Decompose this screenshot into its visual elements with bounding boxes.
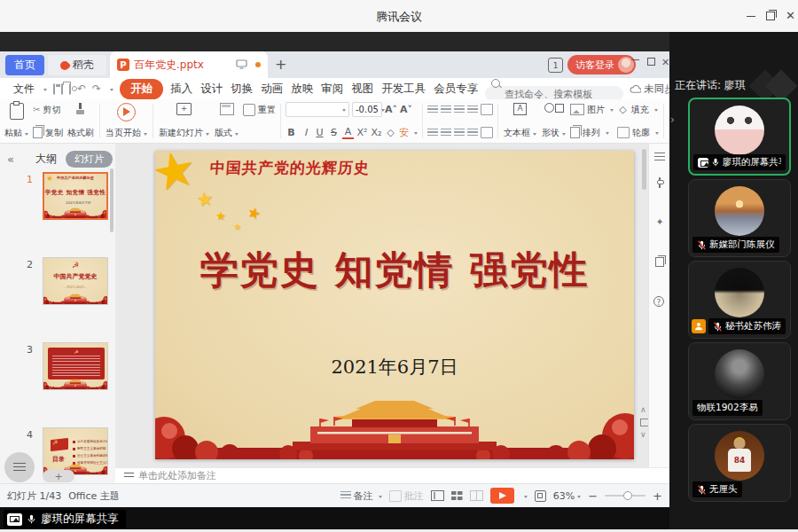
participant-tile[interactable]: 物联1902李易 (688, 342, 791, 420)
redo-icon[interactable]: ↷ (92, 82, 101, 95)
zoom-level[interactable]: 63% (553, 490, 581, 502)
char-effect-button[interactable]: 安 (399, 126, 409, 139)
superscript-button[interactable]: X² (356, 127, 368, 138)
new-tab-button[interactable]: + (275, 56, 286, 73)
menu-tab-animation[interactable]: 动画 (260, 82, 284, 97)
outline-button[interactable]: 轮廓 (617, 126, 659, 139)
menu-tab-view[interactable]: 视图 (350, 82, 374, 97)
decrease-font-icon[interactable]: A˅ (400, 104, 412, 115)
sync-status[interactable]: 未同步 (630, 82, 675, 96)
font-color-button[interactable]: A (342, 126, 354, 139)
increase-font-icon[interactable]: A˄ (385, 104, 397, 115)
bold-button[interactable]: B (286, 127, 297, 138)
tab-docer[interactable]: 稻壳 (48, 55, 106, 75)
panel-scrollbar[interactable] (110, 168, 113, 232)
menu-file[interactable]: 文件 (13, 82, 35, 97)
line-spacing-icon[interactable] (481, 127, 493, 138)
increase-indent-icon[interactable] (467, 106, 478, 114)
slide-list-float-button[interactable] (4, 452, 35, 482)
slide-canvas[interactable]: ★ ★ ★ ★ ★ 中国共产党的光辉历史 学党史 知党情 强党性 2021年6月… (115, 144, 648, 467)
previous-slide-button[interactable]: ∧ (640, 406, 646, 414)
menu-tab-transition[interactable]: 切换 (230, 82, 254, 97)
participant-tile[interactable]: 新媒部门陈展仪 (688, 179, 791, 257)
menu-tab-slideshow[interactable]: 放映 (290, 82, 314, 97)
zoom-slider[interactable] (605, 495, 645, 497)
slide-date-text[interactable]: 2021年6月7日 (155, 355, 634, 379)
menu-tab-design[interactable]: 设计 (200, 82, 223, 97)
menu-tab-review[interactable]: 审阅 (320, 82, 344, 97)
next-slide-button[interactable]: ∨ (640, 431, 646, 439)
hamburger-icon[interactable] (654, 153, 665, 160)
menu-tab-member[interactable]: 会员专享 (433, 82, 479, 97)
clear-format-icon[interactable]: ◇ (385, 127, 396, 138)
guest-login-badge[interactable]: 访客登录 (567, 55, 636, 74)
arrange-button[interactable]: 排列 (570, 126, 614, 139)
slide-title-text[interactable]: 学党史 知党情 强党性 (155, 245, 634, 296)
align-right-icon[interactable] (454, 129, 465, 137)
command-search[interactable] (485, 75, 623, 102)
undo-icon[interactable]: ↶ (77, 82, 86, 95)
paste-button[interactable]: 粘贴 (4, 101, 29, 141)
tab-slides[interactable]: 幻灯片 (66, 151, 113, 168)
slide-sorter-view-button[interactable] (451, 491, 463, 500)
shape-button[interactable]: 形状 (541, 101, 567, 141)
align-left-icon[interactable] (427, 129, 438, 137)
tab-outline[interactable]: 大纲 (35, 152, 57, 167)
duplicate-icon[interactable] (655, 257, 664, 267)
window-list-button[interactable]: 1 (548, 58, 563, 73)
notes-bar[interactable]: 单击此处添加备注 (115, 467, 669, 483)
textbox-button[interactable]: A 文本框 (503, 101, 537, 141)
wps-close-button[interactable]: ✕ (661, 59, 669, 67)
picture-button[interactable]: 图片 (570, 103, 614, 116)
slide-thumbnail-4[interactable]: 目录 党史发展脉络及学习意义 新民主主义革命时期 社会主义革命和建设时期 改革开… (43, 427, 108, 475)
copy-button[interactable]: 复制 (33, 126, 63, 139)
decrease-indent-icon[interactable] (454, 106, 465, 114)
chevron-down-icon[interactable] (110, 89, 113, 93)
italic-button[interactable]: I (300, 127, 311, 138)
numbered-list-icon[interactable] (441, 106, 451, 114)
minimize-button[interactable] (747, 11, 759, 21)
subscript-button[interactable]: X₂ (371, 127, 382, 138)
zoom-slider-thumb[interactable] (623, 491, 632, 500)
tab-document[interactable]: P 百年党史.pptx (110, 51, 268, 78)
participant-tile[interactable]: 秘书处苏伟涛 (688, 261, 791, 339)
properties-slider-icon[interactable] (659, 177, 661, 188)
layout-button[interactable]: 版式 (214, 101, 239, 141)
maximize-button[interactable] (766, 11, 778, 21)
underline-button[interactable]: U (314, 127, 325, 138)
zoom-in-button[interactable]: + (653, 489, 662, 503)
menu-tab-insert[interactable]: 插入 (169, 82, 193, 97)
slide-thumbnail-1[interactable]: ★ 中国共产党的光辉历史 学党史 知党情 强党性 2021年6月7日 (43, 172, 108, 220)
participant-tile[interactable]: 84 无厘头 (688, 424, 791, 502)
justify-icon[interactable] (467, 129, 478, 137)
font-family-select[interactable] (286, 102, 349, 117)
collapse-panel-icon[interactable]: « (7, 153, 14, 166)
monitor-icon[interactable] (236, 59, 247, 69)
reset-button[interactable]: 重置 (243, 103, 276, 116)
slide-header-text[interactable]: 中国共产党的光辉历史 (209, 158, 371, 178)
slide-thumbnail-3[interactable] (43, 342, 108, 390)
reading-view-button[interactable] (470, 490, 483, 501)
slideshow-play-button[interactable] (490, 488, 514, 504)
fill-button[interactable]: ◇填充 (617, 103, 659, 116)
print-icon[interactable] (61, 83, 63, 95)
save-icon[interactable] (53, 83, 55, 95)
strikethrough-button[interactable]: S (328, 127, 340, 138)
zoom-out-button[interactable]: − (588, 489, 598, 503)
fit-slide-icon[interactable] (535, 490, 546, 502)
slide-thumbnail-2[interactable]: ☭ 中国共产党党史 - 1921-2021 - (43, 257, 108, 305)
help-icon[interactable]: ? (653, 296, 664, 307)
format-painter-button[interactable]: 格式刷 (66, 101, 95, 141)
notes-toggle[interactable]: 备注 (340, 489, 382, 503)
screen-share-chip[interactable]: 廖琪的屏幕共享 (4, 510, 126, 528)
align-center-icon[interactable] (441, 129, 451, 137)
normal-view-button[interactable] (431, 490, 444, 501)
tab-home[interactable]: 首页 (5, 55, 44, 75)
canvas-scrollbar[interactable] (642, 149, 646, 190)
chevron-down-icon[interactable] (524, 496, 528, 500)
font-size-select[interactable]: -0.05 (352, 102, 382, 117)
bullet-list-icon[interactable] (427, 106, 438, 114)
wps-minimize-button[interactable] (631, 59, 639, 60)
cut-button[interactable]: ✂剪切 (33, 103, 63, 116)
comments-toggle[interactable]: 批注 (389, 489, 424, 503)
